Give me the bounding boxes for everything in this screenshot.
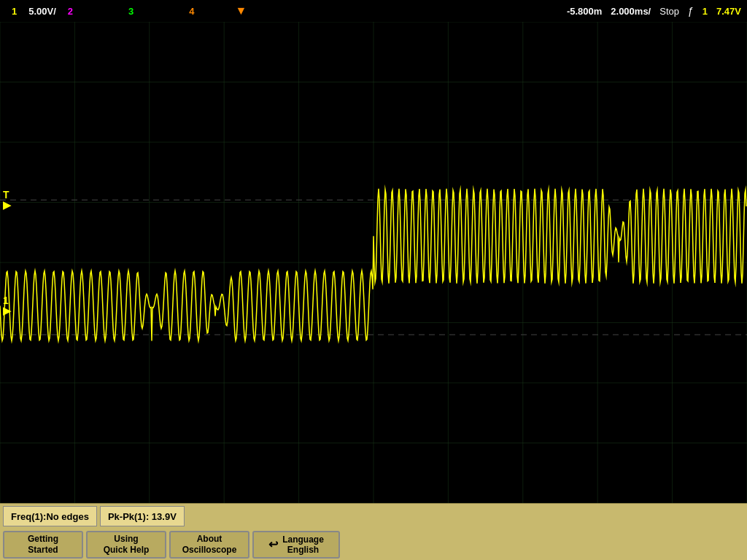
quick-help-button[interactable]: UsingQuick Help bbox=[86, 531, 166, 559]
quick-help-label: UsingQuick Help bbox=[104, 534, 150, 555]
freq-measurement: Freq(1):No edges bbox=[3, 506, 97, 526]
ch-num-header: 1 bbox=[703, 0, 708, 22]
ch3-label: 3 bbox=[123, 0, 139, 22]
ch1-label: 1 bbox=[6, 0, 23, 22]
header-bar: 1 5.00V/ 2 3 4 ▼ -5.800m 2.000ms/ Stop ƒ… bbox=[0, 0, 747, 22]
time-div: 2.000ms/ bbox=[611, 6, 651, 17]
language-label: LanguageEnglish bbox=[282, 534, 324, 555]
trig-icon: ƒ bbox=[688, 5, 694, 17]
ch1-scale: 5.00V/ bbox=[23, 0, 62, 22]
measurement-bar: Freq(1):No edges Pk-Pk(1): 13.9V bbox=[0, 503, 747, 529]
ch1-number: 1 bbox=[12, 6, 17, 17]
getting-started-button[interactable]: GettingStarted bbox=[3, 531, 83, 559]
status: Stop bbox=[659, 6, 679, 17]
trigger-arrow: ▼ bbox=[230, 0, 253, 22]
language-arrow-icon: ↩ bbox=[268, 537, 278, 551]
voltage-reading: 7.47V bbox=[716, 6, 741, 17]
getting-started-label: GettingStarted bbox=[28, 534, 58, 555]
language-button[interactable]: ↩ LanguageEnglish bbox=[252, 531, 340, 559]
waveform-canvas bbox=[0, 22, 747, 503]
about-label: AboutOscilloscope bbox=[182, 534, 237, 555]
pkpk-value: Pk-Pk(1): 13.9V bbox=[108, 511, 177, 522]
about-oscilloscope-button[interactable]: AboutOscilloscope bbox=[169, 531, 249, 559]
time-offset: -5.800m bbox=[567, 6, 602, 17]
oscilloscope-screen bbox=[0, 22, 747, 503]
button-bar: GettingStarted UsingQuick Help AboutOsci… bbox=[0, 529, 747, 560]
ch2-label: 2 bbox=[62, 0, 79, 22]
freq-value: Freq(1):No edges bbox=[11, 511, 89, 522]
pkpk-measurement: Pk-Pk(1): 13.9V bbox=[100, 506, 185, 526]
header-right: -5.800m 2.000ms/ Stop ƒ 1 7.47V bbox=[567, 0, 741, 22]
ch4-label: 4 bbox=[183, 0, 200, 22]
